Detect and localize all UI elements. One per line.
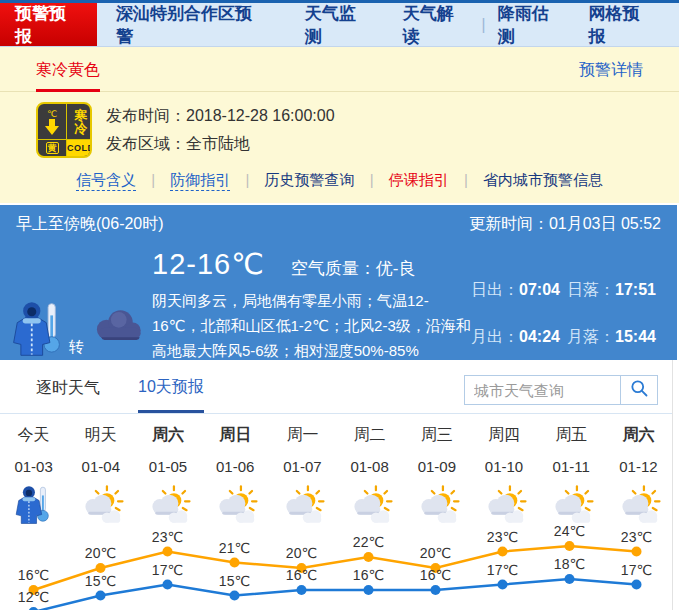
partly-cloudy-icon xyxy=(202,484,269,526)
forecast-day-column[interactable]: 周日01-06 xyxy=(202,425,269,526)
forecast-tabs: 逐时天气 10天预报 xyxy=(0,360,672,414)
forecast-day-column[interactable]: 周二01-08 xyxy=(336,425,403,526)
forecast-day-column[interactable]: 周四01-10 xyxy=(470,425,537,526)
link-defense-guide[interactable]: 防御指引 xyxy=(170,171,230,191)
svg-text:16℃: 16℃ xyxy=(18,567,49,583)
cold-coat-thermometer-icon xyxy=(10,299,68,363)
alert-links-row: 信号含义 | 防御指引 | 历史预警查询 | 停课指引 | 省内城市预警信息 xyxy=(0,164,679,199)
links-separator: | xyxy=(245,171,249,188)
partly-cloudy-icon xyxy=(605,484,672,526)
alert-name-label: 寒冷 xyxy=(73,109,88,135)
degree-label: ℃ xyxy=(47,109,57,119)
period-label: 早上至傍晚(06-20时) xyxy=(16,214,164,235)
alert-icon-name-cell: 寒冷 xyxy=(67,104,92,140)
forecast-day-column[interactable]: 周六01-05 xyxy=(134,425,201,526)
forecast-day-column[interactable]: 周六01-12 xyxy=(605,425,672,526)
tab-warning-forecast-label: 预警预报 xyxy=(15,2,82,48)
period-band: 早上至傍晚(06-20时) 更新时间：01月03日 05:52 xyxy=(0,205,677,239)
alert-icon-cold-cell: COLD xyxy=(67,140,92,156)
svg-text:21℃: 21℃ xyxy=(219,540,250,556)
link-history-query[interactable]: 历史预警查询 xyxy=(265,171,355,188)
day-name: 周六 xyxy=(134,425,201,446)
forecast-day-column[interactable]: 周一01-07 xyxy=(269,425,336,526)
svg-text:17℃: 17℃ xyxy=(487,562,518,578)
moonrise-time: 月出：04:24 xyxy=(471,327,567,363)
alert-meta: 发布时间：2018-12-28 16:00:00 发布区域：全市陆地 xyxy=(106,102,335,158)
forecast-panel: 逐时天气 10天预报 今天01-03明天01-04周六01-05周日01-06周… xyxy=(0,360,673,610)
tab-hourly-weather[interactable]: 逐时天气 xyxy=(36,378,100,411)
forecast-day-column[interactable]: 今天01-03 xyxy=(0,425,67,526)
day-date: 01-09 xyxy=(403,458,470,475)
tab-shenshan-warning[interactable]: 深汕特别合作区预警 xyxy=(97,3,286,46)
alert-tab-row: 寒冷黄色 预警详情 xyxy=(0,47,679,92)
cold-icon xyxy=(0,484,67,526)
svg-text:17℃: 17℃ xyxy=(152,562,183,578)
air-quality-value: 优-良 xyxy=(376,259,416,278)
moonset-time: 月落：15:44 xyxy=(567,327,663,363)
day-date: 01-12 xyxy=(605,458,672,475)
update-time: 更新时间：01月03日 05:52 xyxy=(469,214,661,235)
link-grid-forecast-label: 网格预报 xyxy=(588,2,655,48)
links-separator: | xyxy=(151,171,155,188)
forecast-days: 今天01-03明天01-04周六01-05周日01-06周一01-07周二01-… xyxy=(0,414,672,526)
svg-text:23℃: 23℃ xyxy=(621,529,652,545)
cold-yellow-alert-icon: ℃ 寒冷 黄 COLD xyxy=(36,102,92,158)
svg-text:22℃: 22℃ xyxy=(353,534,384,550)
sun-moon-times: 日出：07:04 日落：17:51 月出：04:24 月落：15:44 xyxy=(471,280,663,363)
transition-label: 转 xyxy=(69,338,84,357)
partly-cloudy-icon xyxy=(67,484,134,526)
link-alert-details[interactable]: 预警详情 xyxy=(579,60,643,91)
svg-text:24℃: 24℃ xyxy=(554,526,585,539)
city-search xyxy=(464,375,658,405)
nav-right-links: 天气解读 | 降雨估测 网格预报 xyxy=(391,3,679,46)
svg-text:20℃: 20℃ xyxy=(85,545,116,561)
day-name: 周二 xyxy=(336,425,403,446)
link-class-suspension[interactable]: 停课指引 xyxy=(389,171,449,188)
alert-icon-level-cell: 黄 xyxy=(38,140,67,156)
link-weather-interpretation-label: 天气解读 xyxy=(403,2,470,48)
tab-shenshan-label: 深汕特别合作区预警 xyxy=(116,2,267,48)
svg-text:16℃: 16℃ xyxy=(353,567,384,583)
forecast-day-column[interactable]: 周五01-11 xyxy=(538,425,605,526)
air-quality-label: 空气质量： xyxy=(291,259,376,278)
svg-text:16℃: 16℃ xyxy=(286,567,317,583)
link-signal-meaning[interactable]: 信号含义 xyxy=(76,171,136,191)
sunset-time: 日落：17:51 xyxy=(567,280,663,316)
svg-text:15℃: 15℃ xyxy=(85,573,116,589)
weather-description: 阴天间多云，局地偶有零星小雨；气温12-16℃，北部和山区低1-2℃；北风2-3… xyxy=(152,288,471,363)
links-separator: | xyxy=(464,171,468,188)
current-weather-icons: 转 xyxy=(10,247,146,363)
search-button[interactable] xyxy=(620,375,658,405)
tab-weather-monitor[interactable]: 天气监测 xyxy=(286,3,391,46)
down-arrow-head-icon xyxy=(45,126,59,135)
day-name: 周日 xyxy=(202,425,269,446)
current-weather-body: 转 12-16℃ 空气质量：优-良 xyxy=(0,239,677,363)
tab-warning-forecast[interactable]: 预警预报 xyxy=(0,3,97,46)
svg-text:20℃: 20℃ xyxy=(286,545,317,561)
day-name: 周六 xyxy=(605,425,672,446)
publish-area: 发布区域：全市陆地 xyxy=(106,130,335,158)
link-rain-estimate-label: 降雨估测 xyxy=(498,2,565,48)
tab-cold-yellow-alert[interactable]: 寒冷黄色 xyxy=(36,60,100,92)
day-date: 01-03 xyxy=(0,458,67,475)
svg-text:15℃: 15℃ xyxy=(219,573,250,589)
partly-cloudy-icon xyxy=(269,484,336,526)
publish-time: 发布时间：2018-12-28 16:00:00 xyxy=(106,102,335,130)
svg-text:23℃: 23℃ xyxy=(152,529,183,545)
link-province-city-warning[interactable]: 省内城市预警信息 xyxy=(483,171,603,188)
current-weather-section: 早上至傍晚(06-20时) 更新时间：01月03日 05:52 转 xyxy=(0,205,677,360)
down-arrow-icon xyxy=(49,119,55,126)
forecast-day-column[interactable]: 周三01-09 xyxy=(403,425,470,526)
search-icon xyxy=(629,378,649,402)
link-grid-forecast[interactable]: 网格预报 xyxy=(576,2,667,48)
city-search-input[interactable] xyxy=(464,375,621,405)
link-rain-estimate[interactable]: 降雨估测 xyxy=(486,2,577,48)
partly-cloudy-icon xyxy=(403,484,470,526)
forecast-day-column[interactable]: 明天01-04 xyxy=(67,425,134,526)
day-date: 01-04 xyxy=(67,458,134,475)
partly-cloudy-icon xyxy=(134,484,201,526)
link-weather-interpretation[interactable]: 天气解读 xyxy=(391,2,482,48)
svg-text:12℃: 12℃ xyxy=(18,589,49,605)
tab-ten-day-forecast[interactable]: 10天预报 xyxy=(138,377,204,413)
alert-body: ℃ 寒冷 黄 COLD 发布时间：2018-12-28 16:00:00 发布区… xyxy=(0,92,679,164)
